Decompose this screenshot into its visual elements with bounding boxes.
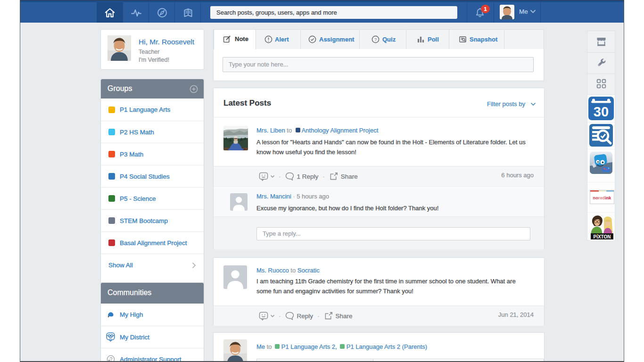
svg-text:30: 30 xyxy=(594,104,609,119)
svg-text:noredink: noredink xyxy=(593,196,612,200)
svg-text:PiXTON: PiXTON xyxy=(593,234,611,239)
svg-text:?: ? xyxy=(374,37,377,42)
